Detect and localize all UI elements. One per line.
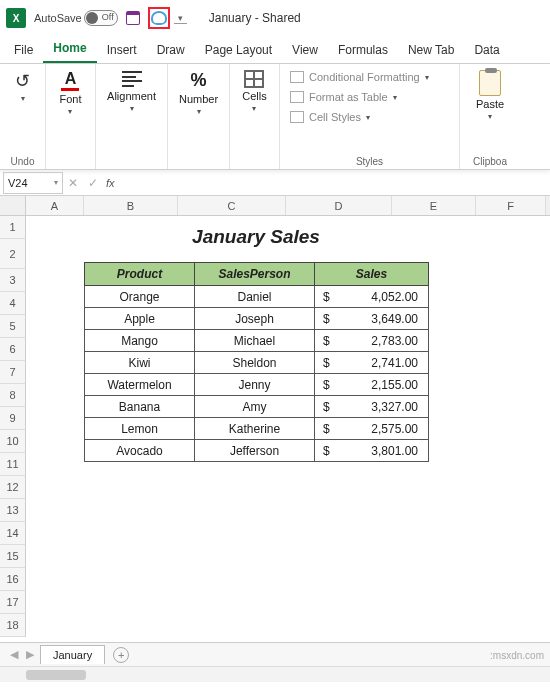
cell-product[interactable]: Apple <box>85 308 195 330</box>
worksheet-area[interactable]: A B C D E F 1 2 3 4 5 6 7 8 9 10 11 12 1… <box>0 196 550 642</box>
enter-formula-button[interactable]: ✓ <box>83 176 103 190</box>
fx-label[interactable]: fx <box>103 177 115 189</box>
table-row[interactable]: AvocadoJefferson3,801.00 <box>85 440 429 462</box>
row-header[interactable]: 17 <box>0 591 26 614</box>
row-header[interactable]: 2 <box>0 239 26 269</box>
alignment-button[interactable]: Alignment▾ <box>101 68 162 115</box>
cell-sales[interactable]: 3,327.00 <box>315 396 429 418</box>
cell-product[interactable]: Kiwi <box>85 352 195 374</box>
sheet-tab-bar: ◀ ▶ January + <box>0 642 550 666</box>
th-product[interactable]: Product <box>85 263 195 286</box>
qat-customize-dropdown[interactable]: ▾ <box>174 13 187 24</box>
table-row[interactable]: WatermelonJenny2,155.00 <box>85 374 429 396</box>
row-header[interactable]: 5 <box>0 315 26 338</box>
cell-product[interactable]: Watermelon <box>85 374 195 396</box>
row-header[interactable]: 14 <box>0 522 26 545</box>
row-header[interactable]: 13 <box>0 499 26 522</box>
conditional-formatting-button[interactable]: Conditional Formatting▾ <box>286 68 433 86</box>
th-salesperson[interactable]: SalesPerson <box>195 263 315 286</box>
row-header[interactable]: 6 <box>0 338 26 361</box>
cell-salesperson[interactable]: Daniel <box>195 286 315 308</box>
table-row[interactable]: MangoMichael2,783.00 <box>85 330 429 352</box>
cell-salesperson[interactable]: Jefferson <box>195 440 315 462</box>
table-row[interactable]: LemonKatherine2,575.00 <box>85 418 429 440</box>
sheet-tab-january[interactable]: January <box>40 645 105 664</box>
cell-sales[interactable]: 2,741.00 <box>315 352 429 374</box>
cell-sales[interactable]: 2,155.00 <box>315 374 429 396</box>
row-header[interactable]: 3 <box>0 269 26 292</box>
cell-salesperson[interactable]: Amy <box>195 396 315 418</box>
format-as-table-button[interactable]: Format as Table▾ <box>286 88 401 106</box>
row-header[interactable]: 16 <box>0 568 26 591</box>
cell-sales[interactable]: 2,783.00 <box>315 330 429 352</box>
tab-draw[interactable]: Draw <box>147 38 195 63</box>
tab-view[interactable]: View <box>282 38 328 63</box>
select-all-corner[interactable] <box>0 196 26 215</box>
undo-button[interactable]: ↺▾ <box>9 68 36 105</box>
row-header[interactable]: 7 <box>0 361 26 384</box>
tab-home[interactable]: Home <box>43 36 96 63</box>
tab-data[interactable]: Data <box>464 38 509 63</box>
add-sheet-button[interactable]: + <box>113 647 129 663</box>
save-icon <box>126 11 140 25</box>
onedrive-sync-button[interactable] <box>148 7 170 29</box>
cell-sales[interactable]: 3,801.00 <box>315 440 429 462</box>
cell-salesperson[interactable]: Michael <box>195 330 315 352</box>
tab-page-layout[interactable]: Page Layout <box>195 38 282 63</box>
horizontal-scrollbar[interactable] <box>0 666 550 682</box>
row-header[interactable]: 1 <box>0 216 26 239</box>
table-row[interactable]: AppleJoseph3,649.00 <box>85 308 429 330</box>
col-header-a[interactable]: A <box>26 196 84 215</box>
cell-product[interactable]: Orange <box>85 286 195 308</box>
clipboard-icon <box>479 70 501 96</box>
row-header[interactable]: 4 <box>0 292 26 315</box>
onedrive-icon <box>151 11 167 25</box>
name-box[interactable]: V24▾ <box>3 172 63 194</box>
tab-new-tab[interactable]: New Tab <box>398 38 464 63</box>
save-button[interactable] <box>122 7 144 29</box>
row-header[interactable]: 11 <box>0 453 26 476</box>
table-row[interactable]: KiwiSheldon2,741.00 <box>85 352 429 374</box>
row-header[interactable]: 18 <box>0 614 26 637</box>
table-row[interactable]: OrangeDaniel4,052.00 <box>85 286 429 308</box>
cell-salesperson[interactable]: Jenny <box>195 374 315 396</box>
col-header-d[interactable]: D <box>286 196 392 215</box>
cancel-formula-button[interactable]: ✕ <box>63 176 83 190</box>
sales-table: Product SalesPerson Sales OrangeDaniel4,… <box>84 262 429 462</box>
col-header-e[interactable]: E <box>392 196 476 215</box>
number-button[interactable]: %Number▾ <box>173 68 224 118</box>
th-sales[interactable]: Sales <box>315 263 429 286</box>
tab-formulas[interactable]: Formulas <box>328 38 398 63</box>
col-header-f[interactable]: F <box>476 196 546 215</box>
cell-sales[interactable]: 2,575.00 <box>315 418 429 440</box>
tab-file[interactable]: File <box>4 38 43 63</box>
row-header[interactable]: 15 <box>0 545 26 568</box>
cell-product[interactable]: Banana <box>85 396 195 418</box>
cells-button[interactable]: Cells▾ <box>236 68 272 115</box>
row-header[interactable]: 9 <box>0 407 26 430</box>
cell-salesperson[interactable]: Joseph <box>195 308 315 330</box>
tab-insert[interactable]: Insert <box>97 38 147 63</box>
sheet-nav-prev[interactable]: ◀ <box>6 648 22 661</box>
paste-button[interactable]: Paste▾ <box>470 68 510 123</box>
row-header[interactable]: 8 <box>0 384 26 407</box>
row-header[interactable]: 10 <box>0 430 26 453</box>
cell-sales[interactable]: 3,649.00 <box>315 308 429 330</box>
cells-area[interactable]: January Sales Product SalesPerson Sales … <box>26 216 550 637</box>
cell-salesperson[interactable]: Katherine <box>195 418 315 440</box>
cells-icon <box>244 70 264 88</box>
row-header[interactable]: 12 <box>0 476 26 499</box>
autosave-toggle[interactable]: Off <box>84 10 118 26</box>
table-row[interactable]: BananaAmy3,327.00 <box>85 396 429 418</box>
col-header-c[interactable]: C <box>178 196 286 215</box>
font-button[interactable]: AFont▾ <box>53 68 87 118</box>
cell-salesperson[interactable]: Sheldon <box>195 352 315 374</box>
cell-styles-button[interactable]: Cell Styles▾ <box>286 108 374 126</box>
alignment-icon <box>122 70 142 88</box>
cell-sales[interactable]: 4,052.00 <box>315 286 429 308</box>
sheet-nav-next[interactable]: ▶ <box>22 648 38 661</box>
cell-product[interactable]: Mango <box>85 330 195 352</box>
cell-product[interactable]: Lemon <box>85 418 195 440</box>
cell-product[interactable]: Avocado <box>85 440 195 462</box>
col-header-b[interactable]: B <box>84 196 178 215</box>
